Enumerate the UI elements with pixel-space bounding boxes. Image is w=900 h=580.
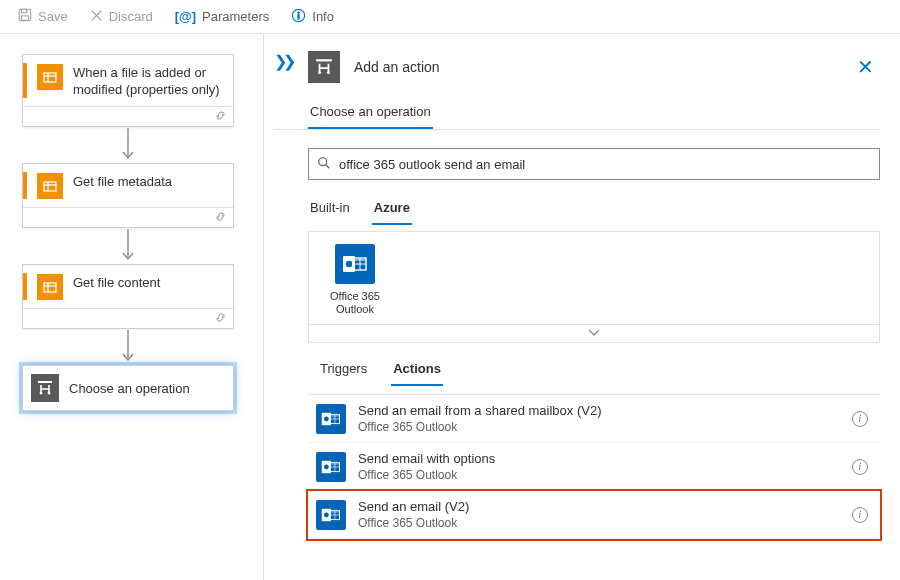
connector-tile-label: Office 365 Outlook (323, 290, 387, 316)
outlook-icon (335, 244, 375, 284)
search-operations-field[interactable] (308, 148, 880, 180)
collapse-pane-button[interactable]: ❯❯ (274, 52, 292, 71)
action-connector: Office 365 Outlook (358, 516, 840, 530)
flow-step-metadata[interactable]: Get file metadata (22, 163, 234, 228)
close-pane-button[interactable]: ✕ (851, 51, 880, 83)
action-info-button[interactable]: i (852, 507, 868, 523)
save-icon (18, 8, 32, 25)
svg-point-15 (319, 157, 327, 165)
svg-point-17 (346, 261, 352, 267)
flow-canvas[interactable]: When a file is added or modified (proper… (0, 34, 264, 580)
connector-tile-outlook[interactable]: Office 365 Outlook (323, 244, 387, 316)
parameters-button[interactable]: [@] Parameters (165, 5, 280, 28)
discard-label: Discard (109, 9, 153, 24)
svg-point-20 (324, 416, 329, 421)
info-icon (291, 8, 306, 26)
svg-point-14 (327, 71, 330, 74)
onedrive-icon (37, 64, 63, 90)
save-label: Save (38, 9, 68, 24)
info-label: Info (312, 9, 334, 24)
action-item-send-email-v2[interactable]: Send an email (V2) Office 365 Outlook i (308, 491, 880, 539)
svg-rect-6 (44, 73, 56, 82)
chevron-down-icon (588, 328, 600, 339)
svg-point-13 (318, 71, 321, 74)
svg-rect-12 (316, 59, 332, 61)
tab-actions[interactable]: Actions (391, 357, 443, 386)
svg-point-4 (298, 11, 300, 13)
flow-connector (22, 329, 234, 365)
action-info-button[interactable]: i (852, 459, 868, 475)
accent-strip (23, 273, 27, 300)
save-button[interactable]: Save (8, 4, 78, 29)
flow-step-content[interactable]: Get file content (22, 264, 234, 329)
action-picker-pane: ❯❯ Add an action ✕ Choose an operation B… (264, 34, 900, 580)
svg-rect-9 (38, 381, 52, 383)
tab-choose-operation[interactable]: Choose an operation (308, 98, 433, 129)
flow-connector (22, 127, 234, 163)
action-connector: Office 365 Outlook (358, 468, 840, 482)
onedrive-icon (37, 274, 63, 300)
action-item-send-options[interactable]: Send email with options Office 365 Outlo… (308, 443, 880, 491)
svg-point-11 (48, 392, 51, 395)
operation-icon (308, 51, 340, 83)
filter-azure[interactable]: Azure (372, 196, 412, 225)
filter-built-in[interactable]: Built-in (308, 196, 352, 225)
svg-point-26 (324, 512, 329, 517)
parameters-label: Parameters (202, 9, 269, 24)
action-name: Send an email from a shared mailbox (V2) (358, 403, 840, 418)
flow-step-title: Get file content (73, 273, 223, 291)
outlook-icon (316, 500, 346, 530)
expand-connectors-button[interactable] (308, 325, 880, 343)
pane-title: Add an action (354, 59, 837, 75)
action-name: Send an email (V2) (358, 499, 840, 514)
choose-operation-card[interactable]: Choose an operation (22, 365, 234, 411)
action-info-button[interactable]: i (852, 411, 868, 427)
svg-rect-7 (44, 182, 56, 191)
search-input[interactable] (339, 157, 871, 172)
link-icon (214, 210, 227, 226)
action-list: Send an email from a shared mailbox (V2)… (308, 394, 880, 539)
connector-grid: Office 365 Outlook (308, 231, 880, 325)
svg-rect-1 (22, 9, 27, 13)
onedrive-icon (37, 173, 63, 199)
svg-rect-8 (44, 283, 56, 292)
accent-strip (23, 63, 27, 98)
flow-connector (22, 228, 234, 264)
action-item-shared-mailbox[interactable]: Send an email from a shared mailbox (V2)… (308, 395, 880, 443)
discard-button[interactable]: Discard (80, 5, 163, 29)
link-icon (214, 311, 227, 327)
link-icon (214, 109, 227, 125)
svg-rect-2 (22, 16, 29, 20)
svg-rect-5 (298, 14, 299, 19)
info-button[interactable]: Info (281, 4, 344, 30)
action-name: Send email with options (358, 451, 840, 466)
flow-step-title: When a file is added or modified (proper… (73, 63, 223, 98)
tab-triggers[interactable]: Triggers (318, 357, 369, 386)
accent-strip (23, 172, 27, 199)
svg-point-23 (324, 464, 329, 469)
search-icon (317, 156, 331, 173)
outlook-icon (316, 404, 346, 434)
top-toolbar: Save Discard [@] Parameters Info (0, 0, 900, 34)
flow-step-trigger[interactable]: When a file is added or modified (proper… (22, 54, 234, 127)
action-connector: Office 365 Outlook (358, 420, 840, 434)
close-icon (90, 9, 103, 25)
choose-operation-label: Choose an operation (69, 381, 190, 396)
operation-icon (31, 374, 59, 402)
svg-point-10 (40, 392, 43, 395)
outlook-icon (316, 452, 346, 482)
flow-step-title: Get file metadata (73, 172, 223, 190)
parameters-icon: [@] (175, 9, 196, 24)
